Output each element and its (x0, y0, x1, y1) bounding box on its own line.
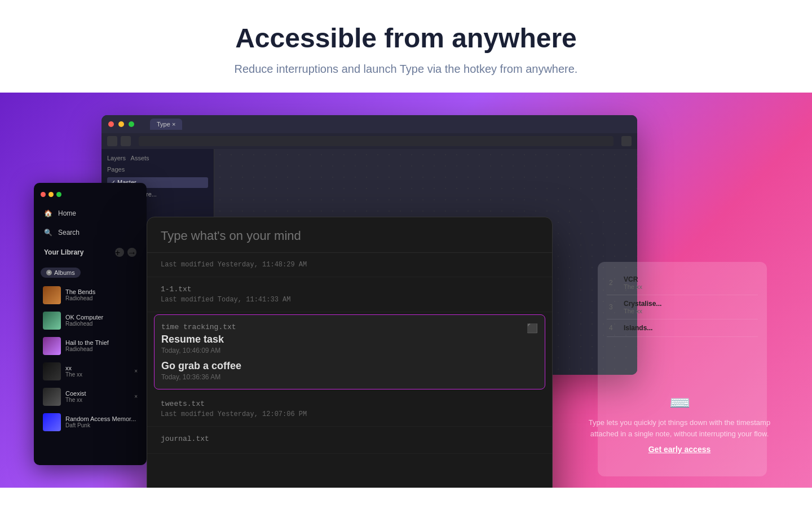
album-thumb-xx (43, 362, 61, 380)
album-info-bends: The Bends Radiohead (65, 288, 138, 301)
early-access-link[interactable]: Get early access (581, 445, 778, 454)
album-thumb-coexist (43, 388, 61, 406)
browser-toolbar (102, 133, 637, 149)
description-panel: ⌨️ Type lets you quickly jot things down… (581, 393, 778, 454)
spotify-search-label: Search (58, 229, 80, 237)
album-item-the-bends[interactable]: The Bends Radiohead (41, 283, 140, 307)
browser-address-bar (139, 136, 614, 146)
type-search-bar (147, 217, 552, 253)
right-item-num-2: 3 (609, 303, 618, 311)
album-artist-ok: Radiohead (65, 321, 138, 327)
search-icon: 🔍 (44, 229, 52, 237)
library-arrow-btn[interactable]: → (127, 248, 136, 257)
note-item-1[interactable]: Last modified Yesterday, 11:48:29 AM (147, 253, 552, 277)
album-thumb-bends (43, 286, 61, 304)
album-title-ok: OK Computer (65, 314, 138, 321)
note-meta-4: Last modified Yesterday, 12:07:06 PM (161, 410, 539, 418)
browser-tab[interactable]: Type × (150, 119, 182, 130)
album-item-ok-computer[interactable]: OK Computer Radiohead (41, 309, 140, 332)
note-entry-title-2: Go grab a coffee (161, 360, 538, 372)
album-item-coexist[interactable]: Coexist The xx × (41, 385, 140, 409)
description-text: Type lets you quickly jot things down wi… (581, 417, 778, 439)
album-thumb-hail (43, 337, 61, 355)
library-add-btn[interactable]: + (115, 248, 124, 257)
album-title-hail: Hail to the Thief (65, 339, 138, 346)
right-item-info-3: Islands... (624, 324, 756, 332)
albums-filter-tag[interactable]: × Albums (41, 268, 81, 278)
toolbar-icon-back (107, 136, 117, 146)
album-title-ram: Random Access Memor... (65, 415, 138, 422)
spotify-library-title: Your Library (44, 248, 83, 256)
right-item-num-3: 4 (609, 324, 618, 332)
note-entry-time-2: Today, 10:36:36 AM (161, 373, 538, 381)
type-app-window: Last modified Yesterday, 11:48:29 AM 1-1… (147, 217, 553, 488)
album-artist-hail: Radiohead (65, 346, 138, 352)
notes-list: Last modified Yesterday, 11:48:29 AM 1-1… (147, 253, 552, 488)
page-subtitle: Reduce interruptions and launch Type via… (11, 63, 801, 76)
browser-dot-yellow (118, 121, 124, 127)
note-item-5[interactable]: journal.txt (147, 427, 552, 454)
album-info-coexist: Coexist The xx (65, 390, 130, 403)
albums-filter-label: Albums (54, 269, 75, 276)
albums-filter-close-icon[interactable]: × (46, 270, 52, 275)
right-list-item-3: 4 Islands... (607, 319, 758, 337)
album-title-coexist: Coexist (65, 390, 130, 397)
album-remove-icon-2: × (134, 393, 138, 400)
right-item-title-1: VCR (624, 275, 756, 283)
note-item-2[interactable]: 1-1.txt Last modified Today, 11:41:33 AM (147, 277, 552, 312)
figma-pages-label: Pages (107, 166, 208, 173)
spotify-dot-green (56, 192, 61, 197)
album-artist-bends: Radiohead (65, 295, 138, 301)
home-icon: 🏠 (44, 209, 52, 217)
album-item-hail[interactable]: Hail to the Thief Radiohead (41, 334, 140, 358)
note-filename-2: 1-1.txt (161, 285, 539, 294)
spotify-nav-home[interactable]: 🏠 Home (41, 205, 140, 222)
right-item-title-2: Crystalise... (624, 300, 756, 308)
album-info-ram: Random Access Memor... Daft Punk (65, 415, 138, 428)
album-remove-icon: × (134, 368, 138, 374)
album-artist-ram: Daft Punk (65, 422, 138, 428)
album-item-xx[interactable]: xx The xx × (41, 360, 140, 383)
note-item-3-active[interactable]: time tracking.txt ⬛ Resume task Today, 1… (154, 314, 545, 389)
description-icon: ⌨️ (581, 393, 778, 413)
note-filename-5: journal.txt (161, 435, 539, 443)
spotify-dot-yellow (48, 192, 54, 197)
note-entry-time-1: Today, 10:46:09 AM (161, 347, 538, 354)
toolbar-icon-menu (621, 136, 632, 146)
page-title: Accessible from anywhere (11, 23, 801, 54)
library-actions: + → (115, 248, 136, 257)
album-thumb-ok (43, 312, 61, 330)
right-list-item-2: 3 Crystalise... The xx (607, 295, 758, 319)
album-item-ram[interactable]: Random Access Memor... Daft Punk (41, 410, 140, 434)
right-item-info-2: Crystalise... The xx (624, 300, 756, 314)
spotify-library-header: Your Library + → (41, 243, 140, 261)
album-info-ok: OK Computer Radiohead (65, 314, 138, 327)
spotify-nav-search[interactable]: 🔍 Search (41, 224, 140, 241)
browser-dot-red (108, 121, 114, 127)
right-item-num-1: 2 (609, 279, 618, 287)
type-search-input[interactable] (161, 229, 539, 243)
note-filename-3: time tracking.txt (161, 323, 236, 331)
note-item-4[interactable]: tweets.txt Last modified Yesterday, 12:0… (147, 392, 552, 427)
album-info-hail: Hail to the Thief Radiohead (65, 339, 138, 352)
spotify-sidebar: 🏠 Home 🔍 Search Your Library + → × Album… (34, 183, 147, 465)
album-thumb-ram (43, 413, 61, 431)
right-item-sub-1: The xx (624, 283, 756, 290)
spotify-home-label: Home (58, 209, 76, 217)
right-item-sub-2: The xx (624, 308, 756, 314)
spotify-dot-red (41, 192, 46, 197)
note-entry-title-1: Resume task (161, 334, 538, 345)
figma-sidebar-label: Layers Assets (107, 155, 208, 161)
album-artist-coexist: The xx (65, 397, 130, 403)
note-meta-1: Last modified Yesterday, 11:48:29 AM (161, 261, 539, 269)
browser-titlebar: Type × (102, 115, 637, 133)
header-section: Accessible from anywhere Reduce interrup… (0, 0, 812, 93)
right-item-info-1: VCR The xx (624, 275, 756, 290)
note-expand-icon: ⬛ (527, 323, 538, 334)
note-meta-2: Last modified Today, 11:41:33 AM (161, 296, 539, 304)
album-artist-xx: The xx (65, 371, 130, 378)
album-title-bends: The Bends (65, 288, 138, 295)
browser-dot-green (129, 121, 134, 127)
toolbar-icon-forward (121, 136, 131, 146)
right-item-title-3: Islands... (624, 324, 756, 332)
